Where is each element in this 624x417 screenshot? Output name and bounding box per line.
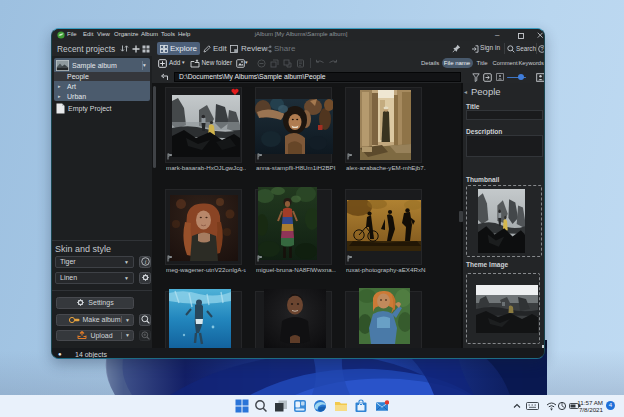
svg-text:?: ? [540,46,543,52]
svg-text:i: i [144,259,146,265]
